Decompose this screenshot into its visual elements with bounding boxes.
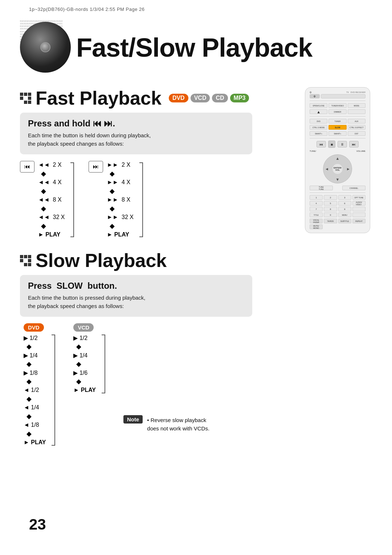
badge-mp3: MP3 <box>230 94 249 102</box>
stop-btn[interactable]: ■ <box>328 141 335 148</box>
page-number: 23 <box>29 516 46 533</box>
enter-btn[interactable]: ENTER/VOL <box>332 163 343 174</box>
badge-vcd: VCD <box>191 94 210 102</box>
power-btn-right[interactable] <box>321 94 366 98</box>
subtitle-btn[interactable]: SUBTITLE <box>338 219 351 223</box>
vcd-fwd-sixth: ▶ 1/6 <box>73 369 95 377</box>
remote-nav-circle: ▲ ▼ ◄ ► ENTER/VOL <box>323 154 352 183</box>
slow-playback-header: Slow Playback <box>20 250 252 271</box>
num-1-btn[interactable]: 1 <box>310 195 323 200</box>
vcd-bracket <box>102 335 105 393</box>
num-3-btn[interactable]: 3 <box>338 195 351 200</box>
empty-num2 <box>352 212 366 217</box>
vcd-arrow3: ◆ <box>73 377 95 385</box>
fwd-arrow4: ◆ <box>107 222 133 230</box>
slow-bullet1: Each time the button is pressed during p… <box>28 295 146 301</box>
fwd-8x: ►► 8 X <box>107 196 133 204</box>
opt-tune-btn[interactable]: OPT TUNE <box>352 195 366 200</box>
dvd-play: ► PLAY <box>24 438 46 446</box>
audio-video-btn[interactable]: AUDIO/VIDEO <box>352 201 366 206</box>
dvd-arrow2: ◆ <box>24 360 46 368</box>
remote-mode-row: OPEN/CLOSE TUNER/VIDEO MODE <box>310 103 366 108</box>
forward-icon-col: ⏭ <box>89 161 103 239</box>
smart2-btn[interactable]: SMART+ <box>328 131 346 136</box>
mute-btn[interactable]: MUTE/MONO <box>310 224 323 229</box>
dst-btn[interactable]: DST <box>348 131 366 136</box>
slow-btn[interactable]: SLOW <box>328 125 346 130</box>
tuner-src-btn[interactable]: TUNER <box>328 119 346 123</box>
rew-arrow2: ◆ <box>38 187 65 195</box>
nav-down-arrow[interactable]: ▼ <box>336 177 340 182</box>
fwd-arrow1: ◆ <box>107 170 133 178</box>
smart1-btn[interactable]: SMART+ <box>310 131 327 136</box>
menu-btn[interactable]: MENU <box>338 212 351 217</box>
sub-tune-btn[interactable]: TUNETUNE <box>310 186 333 190</box>
tuner-video-btn[interactable]: TUNER/VIDEO <box>328 103 346 108</box>
format-badges: DVD VCD CD MP3 <box>169 94 249 102</box>
dvd-rev-half: ◄ 1/2 <box>24 386 46 394</box>
title-btn[interactable]: TITLE <box>310 212 323 217</box>
prev-btn[interactable]: ⏮ <box>317 141 326 147</box>
dvd-arrow4: ◆ <box>24 395 46 403</box>
dvd-fwd-eighth: ▶ 1/8 <box>24 369 46 377</box>
open-close-btn[interactable]: OPEN/CLOSE <box>310 103 327 108</box>
num-4-btn[interactable]: 4 <box>310 201 323 206</box>
ta-rds-btn[interactable]: TA/RDS <box>324 219 337 223</box>
remote-transport: ⏮ ■ ⏸ ⏭ <box>310 141 366 148</box>
slow-instruction-text: Each time the button is pressed during p… <box>28 294 244 310</box>
mode-btn[interactable]: MODE <box>348 103 366 108</box>
rewind-icon: ⏮ <box>20 161 34 173</box>
num-9-btn[interactable]: 9 <box>338 207 351 211</box>
fast-speed-diagrams: ⏮ ◄◄ 2 X ◆ ◄◄ 4 X ◆ ◄◄ 8 X ◆ ◄◄ 32 X ◆ ►… <box>20 161 252 239</box>
remote-numpad: 1 2 3 OPT TUNE 4 5 6 AUDIO/VIDEO 7 8 9 T… <box>310 195 366 217</box>
remote-bottom-btns: VOCALFADER TA/RDS SUBTITLE REPEAT MUTE/M… <box>310 219 366 229</box>
pause-btn[interactable]: ⏸ <box>338 141 347 147</box>
fast-playback-title: Fast Playback <box>36 87 162 109</box>
fast-instruction-box: Press and hold ⏮ ⏭. Each time the button… <box>20 113 252 154</box>
dvd-fwd-quarter: ▶ 1/4 <box>24 351 46 359</box>
eject-btn[interactable]: ▲ <box>310 109 327 114</box>
rew-play: ► PLAY <box>38 231 65 239</box>
channel-btn[interactable]: CHANNEL <box>342 186 366 190</box>
ctrl-s-mode-btn[interactable]: CTRL S MODE <box>310 125 327 130</box>
remote-ctrl-row: CTRL S MODE SLOW CTRL S EFFECT <box>310 125 366 130</box>
vcd-arrow1: ◆ <box>73 343 95 351</box>
num-0-btn[interactable]: 0 <box>324 212 337 217</box>
remote-power-row: ⏻ <box>310 94 366 98</box>
repeat-btn[interactable]: REPEAT <box>352 219 366 223</box>
fast-bullet1: Each time the button is held down during… <box>28 132 151 138</box>
vocal-btn[interactable]: VOCALFADER <box>310 219 323 223</box>
div4 <box>310 193 366 193</box>
rew-4x: ◄◄ 4 X <box>38 178 65 186</box>
rew-2x: ◄◄ 2 X <box>38 161 65 169</box>
dvd-badge: DVD <box>24 323 44 332</box>
num-6-btn[interactable]: 6 <box>338 201 351 206</box>
nav-right-arrow[interactable]: ► <box>346 167 350 171</box>
fwd-arrow2: ◆ <box>107 187 133 195</box>
next-btn[interactable]: ⏭ <box>349 141 359 147</box>
vcd-play: ► PLAY <box>73 386 95 394</box>
dvd-src-btn[interactable]: DVD <box>310 119 327 123</box>
num-5-btn[interactable]: 5 <box>324 201 337 206</box>
ctrl-s-effect-btn[interactable]: CTRL S EFFECT <box>348 125 366 130</box>
fwd-play: ► PLAY <box>107 231 133 239</box>
power-btn-left[interactable]: ⏻ <box>310 94 320 98</box>
nav-left-arrow[interactable]: ◄ <box>325 167 329 171</box>
empty-btn1 <box>348 109 366 114</box>
fwd-arrow3: ◆ <box>107 204 133 212</box>
fast-instruction-text: Each time the button is held down during… <box>28 131 244 148</box>
tune-label: TUNE/ <box>310 150 316 152</box>
main-content: Fast Playback DVD VCD CD MP3 Press and h… <box>20 87 252 446</box>
dvd-arrow3: ◆ <box>24 377 46 385</box>
rewind-entries: ◄◄ 2 X ◆ ◄◄ 4 X ◆ ◄◄ 8 X ◆ ◄◄ 32 X ◆ ► P… <box>38 161 65 239</box>
slow-playback-title: Slow Playback <box>36 250 167 271</box>
vcd-fwd-quarter: ▶ 1/4 <box>73 351 95 359</box>
num-8-btn[interactable]: 8 <box>324 207 337 211</box>
dimmer-btn[interactable]: DIMMER <box>328 109 346 114</box>
vcd-fwd-half: ▶ 1/2 <box>73 334 95 342</box>
badge-dvd: DVD <box>169 94 188 102</box>
num-2-btn[interactable]: 2 <box>324 195 337 200</box>
nav-up-arrow[interactable]: ▲ <box>336 156 340 161</box>
num-7-btn[interactable]: 7 <box>310 207 323 211</box>
aux-src-btn[interactable]: AUX <box>348 119 366 123</box>
